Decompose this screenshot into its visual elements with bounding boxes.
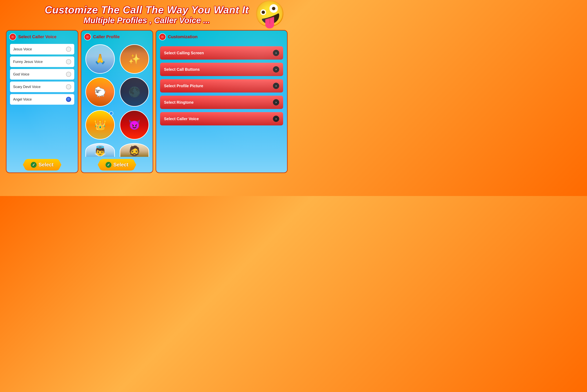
profile-avatar-dark[interactable]: 🌑 [120,77,149,106]
voice-list: Jesus Voice Funny Jesus Voice God Voice … [6,42,78,106]
left-select-btn-container: ✓ Select [23,159,61,170]
middle-select-label: Select [113,162,128,168]
devil-figure: 😈 [120,111,148,139]
middle-select-btn-container: ✓ Select [98,159,136,170]
right-panel-title: Customization [168,34,198,40]
profile-avatar-jesus1[interactable]: 🙏 [85,44,115,74]
calling-screen-label: Select Calling Screen [164,51,204,55]
voice-item-devil[interactable]: Scary Devil Voice [10,82,74,92]
voice-radio-god[interactable] [66,72,71,77]
profile-avatar-man1[interactable]: 🧔 [120,143,149,157]
right-panel: ← Customization Select Calling Screen › … [156,30,288,173]
ringtone-label: Select Ringtone [164,100,194,105]
caller-voice-label: Select Caller Voice [164,116,199,121]
left-panel: ← Select Caller Voice Jesus Voice Funny … [6,30,78,173]
avatar-wrapper-angel1[interactable]: 👼 [85,143,114,157]
avatar-wrapper-shepherd[interactable]: 🐑 [85,77,114,106]
left-panel-title: Select Caller Voice [18,34,56,40]
ringtone-chevron-icon: › [273,99,279,106]
profile-selected-indicator [109,111,113,115]
customization-list: Select Calling Screen › Select Call Butt… [156,42,287,129]
profile-row-3: 👑 😈 [81,108,153,141]
middle-panel: ← Caller Profile 🙏 ✨ 🐑 [81,30,153,173]
header: Customize The Call The Way You Want It M… [0,0,293,27]
voice-label-jesus: Jesus Voice [13,47,32,51]
profile-picture-chevron-icon: › [273,83,279,89]
dark-figure: 🌑 [120,78,148,106]
shepherd-figure: 🐑 [86,78,114,106]
select-profile-picture-button[interactable]: Select Profile Picture › [160,79,283,92]
avatar-wrapper-man1[interactable]: 🧔 [120,143,149,157]
voice-label-funny-jesus: Funny Jesus Voice [13,60,43,64]
profile-row-2: 🐑 🌑 [81,75,153,108]
voice-label-god: God Voice [13,72,29,76]
header-title-2: Multiple Profiles , Caller Voice ... [0,16,293,25]
avatar-wrapper-devil[interactable]: 😈 [120,110,149,139]
emoji-decoration: 🤪 [254,1,286,26]
left-panel-header: ← Select Caller Voice [6,30,78,42]
voice-radio-angel[interactable] [66,97,71,102]
voice-radio-jesus[interactable] [66,47,71,52]
avatar-wrapper-jesus1[interactable]: 🙏 [85,44,114,73]
right-back-button[interactable]: ← [159,33,166,40]
caller-voice-chevron-icon: › [273,116,279,122]
select-caller-voice-button[interactable]: Select Caller Voice › [160,112,283,126]
select-ringtone-button[interactable]: Select Ringtone › [160,96,283,109]
profile-row-1: 🙏 ✨ [81,42,153,75]
profile-avatar-shepherd[interactable]: 🐑 [85,77,115,106]
voice-label-devil: Scary Devil Voice [13,85,40,89]
voice-item-angel[interactable]: Angel Voice [10,94,74,105]
header-title-1: Customize The Call The Way You Want It [0,4,293,16]
left-back-button[interactable]: ← [9,33,16,40]
avatar-wrapper-jesus2[interactable]: ✨ [120,44,149,73]
call-buttons-label: Select Call Buttons [164,67,200,72]
voice-item-god[interactable]: God Voice [10,69,74,80]
voice-item-funny-jesus[interactable]: Funny Jesus Voice [10,56,74,67]
angel1-figure: 👼 [86,144,114,157]
profile-avatar-jesus2[interactable]: ✨ [120,44,149,74]
profile-row-4: 👼 🧔 [81,141,153,157]
avatar-wrapper-god[interactable]: 👑 [85,110,114,139]
middle-check-icon: ✓ [106,162,111,168]
call-buttons-chevron-icon: › [273,66,279,72]
avatar-wrapper-dark[interactable]: 🌑 [120,77,149,106]
right-panel-header: ← Customization [156,30,287,42]
middle-select-button[interactable]: ✓ Select [98,159,136,170]
select-call-buttons-button[interactable]: Select Call Buttons › [160,63,283,76]
middle-back-button[interactable]: ← [84,33,91,40]
voice-item-jesus[interactable]: Jesus Voice [10,44,74,54]
voice-label-angel: Angel Voice [13,98,32,102]
select-calling-screen-button[interactable]: Select Calling Screen › [160,46,283,60]
voice-radio-devil[interactable] [66,84,71,90]
calling-screen-chevron-icon: › [273,50,279,56]
jesus1-figure: 🙏 [86,45,114,73]
main-content: ← Select Caller Voice Jesus Voice Funny … [0,28,293,175]
man1-figure: 🧔 [120,144,148,157]
left-select-button[interactable]: ✓ Select [23,159,61,170]
middle-panel-header: ← Caller Profile [81,30,153,42]
profile-avatar-angel1[interactable]: 👼 [85,143,115,157]
profile-avatar-devil[interactable]: 😈 [120,110,149,140]
check-icon: ✓ [31,162,37,168]
profile-picture-label: Select Profile Picture [164,84,203,88]
left-select-label: Select [38,162,54,168]
voice-radio-funny-jesus[interactable] [66,59,71,64]
middle-panel-title: Caller Profile [93,34,120,40]
jesus2-figure: ✨ [120,45,148,73]
god-figure: 👑 [86,111,114,139]
